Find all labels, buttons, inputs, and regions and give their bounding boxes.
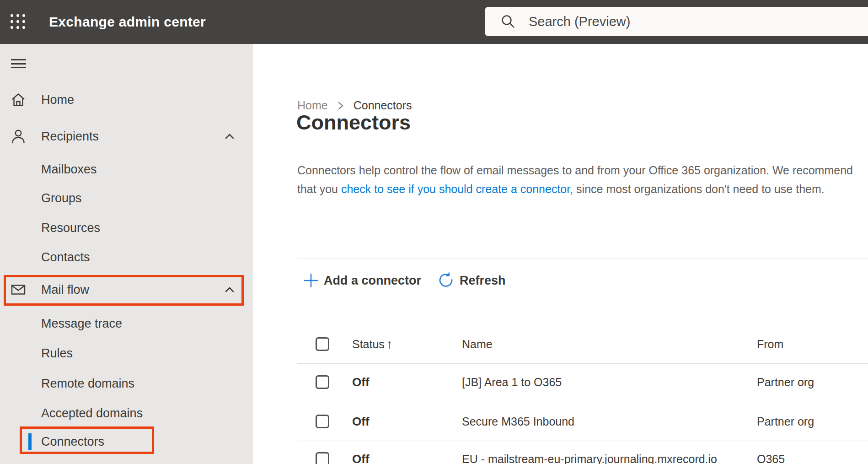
from-cell: O365	[757, 453, 785, 464]
sidebar-item-recipients[interactable]: Recipients	[0, 124, 253, 149]
sidebar-item-mailboxes[interactable]: Mailboxes	[0, 156, 253, 182]
from-cell: Partner org	[757, 376, 814, 389]
breadcrumb-current: Connectors	[354, 99, 412, 112]
sidebar-item-message-trace[interactable]: Message trace	[0, 311, 253, 336]
sidebar-item-resources[interactable]: Resources	[0, 215, 253, 241]
main-content: Home Connectors Connectors Connectors he…	[253, 44, 868, 464]
top-bar: Exchange admin center	[0, 0, 868, 44]
row-checkbox[interactable]	[316, 375, 329, 389]
breadcrumb: Home Connectors	[297, 99, 412, 112]
sidebar-item-contacts[interactable]: Contacts	[0, 244, 253, 270]
sidebar-item-rules[interactable]: Rules	[0, 340, 253, 366]
column-header-name[interactable]: Name	[462, 338, 493, 351]
chevron-right-icon	[337, 101, 344, 111]
breadcrumb-home-link[interactable]: Home	[297, 99, 328, 112]
select-all-checkbox[interactable]	[316, 337, 329, 351]
table-row[interactable]: Off Secure M365 Inbound Partner org	[253, 409, 868, 434]
connector-name-cell[interactable]: EU - mailstream-eu-primary.journaling.mx…	[462, 453, 717, 464]
header-divider	[297, 363, 868, 364]
sort-ascending-icon[interactable]: ↑	[386, 337, 393, 351]
person-icon	[10, 128, 27, 145]
plus-icon	[303, 272, 319, 289]
search-icon	[500, 14, 516, 29]
search-input[interactable]	[529, 14, 868, 29]
page-description: Connectors help control the flow of emai…	[297, 161, 867, 199]
chevron-up-icon	[223, 283, 236, 297]
mail-icon	[10, 281, 27, 298]
connector-name-cell[interactable]: Secure M365 Inbound	[462, 415, 574, 428]
toolbar-top-divider	[297, 259, 868, 259]
add-connector-button[interactable]: Add a connector	[297, 272, 421, 289]
command-toolbar: Add a connector Refresh	[297, 268, 506, 293]
connector-name-cell[interactable]: [JB] Area 1 to O365	[462, 376, 562, 389]
sidebar-item-mail-flow[interactable]: Mail flow	[0, 277, 253, 302]
app-launcher-icon[interactable]	[11, 14, 26, 30]
hamburger-menu-icon[interactable]	[11, 59, 26, 68]
chevron-up-icon	[223, 129, 236, 143]
status-cell: Off	[352, 415, 370, 429]
description-text-after: since most organizations don't need to u…	[573, 183, 825, 195]
refresh-icon	[438, 272, 454, 289]
sidebar-item-remote-domains[interactable]: Remote domains	[0, 371, 253, 396]
sidebar-item-groups[interactable]: Groups	[0, 185, 253, 211]
status-cell: Off	[352, 375, 370, 389]
row-checkbox[interactable]	[316, 452, 329, 464]
table-header-row: Status ↑ Name From	[253, 331, 868, 357]
row-divider	[297, 441, 868, 441]
page-title: Connectors	[296, 111, 411, 135]
from-cell: Partner org	[757, 415, 814, 428]
status-cell: Off	[352, 452, 370, 464]
sidebar-nav: Home Recipients Mailboxes Groups Resourc…	[0, 44, 253, 464]
table-row[interactable]: Off EU - mailstream-eu-primary.journalin…	[253, 446, 868, 464]
home-icon	[10, 92, 27, 108]
create-connector-check-link[interactable]: check to see if you should create a conn…	[341, 183, 573, 195]
row-divider	[297, 402, 868, 402]
search-box[interactable]	[485, 7, 868, 36]
refresh-button[interactable]: Refresh	[438, 272, 506, 289]
app-title: Exchange admin center	[49, 0, 206, 44]
column-header-status[interactable]: Status	[352, 338, 385, 351]
sidebar-item-connectors[interactable]: Connectors	[0, 429, 253, 454]
table-row[interactable]: Off [JB] Area 1 to O365 Partner org	[253, 369, 868, 395]
row-checkbox[interactable]	[316, 415, 329, 428]
sidebar-item-home[interactable]: Home	[0, 87, 253, 113]
sidebar-item-accepted-domains[interactable]: Accepted domains	[0, 400, 253, 426]
column-header-from[interactable]: From	[757, 338, 783, 351]
